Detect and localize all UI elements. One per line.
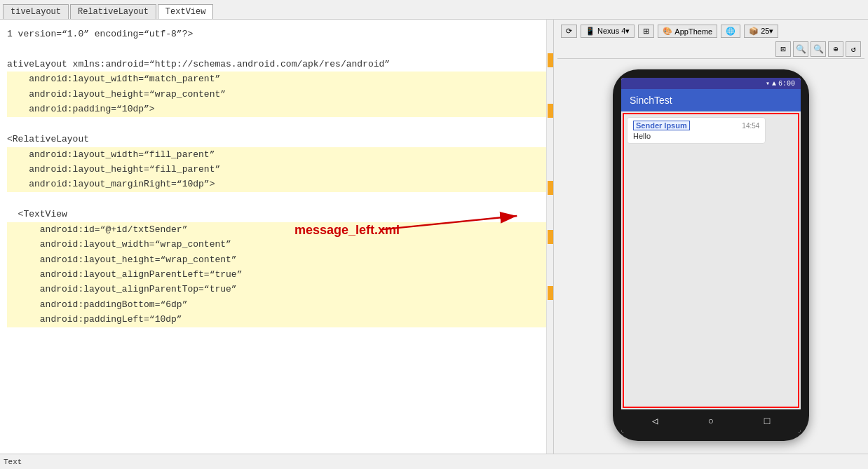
nav-recent-icon[interactable]: □ <box>764 416 770 427</box>
scroll-thumb-2 <box>548 104 553 118</box>
code-line-14: android:id=“@+id/txtSender” <box>7 222 546 237</box>
code-line-17: android:layout_alignParentLeft=“true” <box>7 267 546 282</box>
tab-relativelayout[interactable]: RelativeLayout <box>70 4 156 19</box>
toolbar-zoom-icons: ⊡ 🔍 🔍 ⊕ ↺ <box>775 41 861 57</box>
app-title: SinchTest <box>630 95 672 106</box>
chat-area: Sender Ipsum 14:54 Hello <box>621 111 801 409</box>
toolbar-locale-btn[interactable]: 🌐 <box>721 25 740 38</box>
tab-tivelayout[interactable]: tiveLayout <box>3 4 69 19</box>
scroll-indicator[interactable] <box>546 20 553 454</box>
scroll-thumb-4 <box>548 230 553 244</box>
main-area: 1 version=“1.0” encoding=“utf-8”?> ative… <box>0 20 868 454</box>
code-line-16: android:layout_height=“wrap_content” <box>7 252 546 267</box>
device-toolbar: ⟳ 📱 Nexus 4▾ ⊞ 🎨 AppTheme 🌐 📦 25▾ ⊡ 🔍 🔍 … <box>557 23 864 59</box>
status-bottom: Text <box>0 454 868 469</box>
toolbar-nexus-btn[interactable]: 📱 Nexus 4▾ <box>581 25 635 38</box>
toolbar-layout-btn[interactable]: ⊞ <box>638 25 654 38</box>
zoom-in-btn[interactable]: 🔍 <box>793 41 808 57</box>
zoom-fit-btn[interactable]: ⊡ <box>775 41 791 57</box>
scroll-thumb-1 <box>548 53 553 67</box>
phone-screen: ▾ ▲ 6:00 SinchTest Sen <box>621 78 801 433</box>
zoom-out-btn[interactable]: 🔍 <box>811 41 826 57</box>
code-line-2 <box>7 41 546 56</box>
toolbar-rotate-btn[interactable]: ⟳ <box>561 25 577 38</box>
code-panel: 1 version=“1.0” encoding=“utf-8”?> ative… <box>0 20 554 454</box>
scroll-thumb-5 <box>548 286 553 300</box>
code-line-18: android:layout_alignParentTop=“true” <box>7 282 546 297</box>
status-bar: ▾ ▲ 6:00 <box>621 78 801 89</box>
nav-back-icon[interactable]: ◁ <box>652 415 658 427</box>
code-line-19: android:paddingBottom=“6dp” <box>7 297 546 312</box>
zoom-reset-btn[interactable]: ⊕ <box>828 41 843 57</box>
code-line-11: android:layout_marginRight=“10dp”> <box>7 177 546 191</box>
status-time: 6:00 <box>778 80 795 88</box>
phone-nav: ◁ ○ □ <box>621 409 801 433</box>
code-line-5: android:layout_height=“wrap_content” <box>7 87 546 102</box>
refresh-btn[interactable]: ↺ <box>846 41 861 57</box>
annotation-label: message_left.xml <box>294 223 400 238</box>
code-line-4: android:layout_width=“match_parent” <box>7 72 546 86</box>
nav-home-icon[interactable]: ○ <box>708 416 714 427</box>
tab-textview[interactable]: TextView <box>158 4 214 19</box>
wifi-icon: ▾ <box>766 79 770 88</box>
status-icons: ▾ ▲ 6:00 <box>766 79 795 88</box>
code-line-9: android:layout_width=“fill_parent” <box>7 147 546 162</box>
code-line-6: android:padding=“10dp”> <box>7 102 546 116</box>
code-line-8: <RelativeLayout <box>7 132 546 147</box>
code-line-3: ativeLayout xmlns:android=“http://schema… <box>7 57 546 72</box>
tab-bar: tiveLayout RelativeLayout TextView <box>0 0 868 20</box>
code-line-1: 1 version=“1.0” encoding=“utf-8”?> <box>7 27 546 41</box>
right-panel: ⟳ 📱 Nexus 4▾ ⊞ 🎨 AppTheme 🌐 📦 25▾ ⊡ 🔍 🔍 … <box>554 20 868 454</box>
app-bar: SinchTest <box>621 89 801 111</box>
phone-device: ▾ ▲ 6:00 SinchTest Sen <box>613 69 809 441</box>
code-line-13: <TextView <box>7 207 546 222</box>
toolbar-api-btn[interactable]: 📦 25▾ <box>744 25 778 38</box>
status-text: Text <box>4 458 22 466</box>
code-line-15: android:layout_width=“wrap_content” <box>7 237 546 252</box>
toolbar-theme-btn[interactable]: 🎨 AppTheme <box>658 25 717 38</box>
signal-icon: ▲ <box>772 80 776 88</box>
scroll-thumb-3 <box>548 181 553 195</box>
code-line-7 <box>7 117 546 132</box>
code-line-20: android:paddingLeft=“10dp” <box>7 312 546 327</box>
code-line-12 <box>7 192 546 207</box>
phone-wrapper: ▾ ▲ 6:00 SinchTest Sen <box>557 62 864 450</box>
message-area-border <box>623 113 799 408</box>
code-line-10: android:layout_height=“fill_parent” <box>7 162 546 177</box>
code-content[interactable]: 1 version=“1.0” encoding=“utf-8”?> ative… <box>0 20 553 454</box>
